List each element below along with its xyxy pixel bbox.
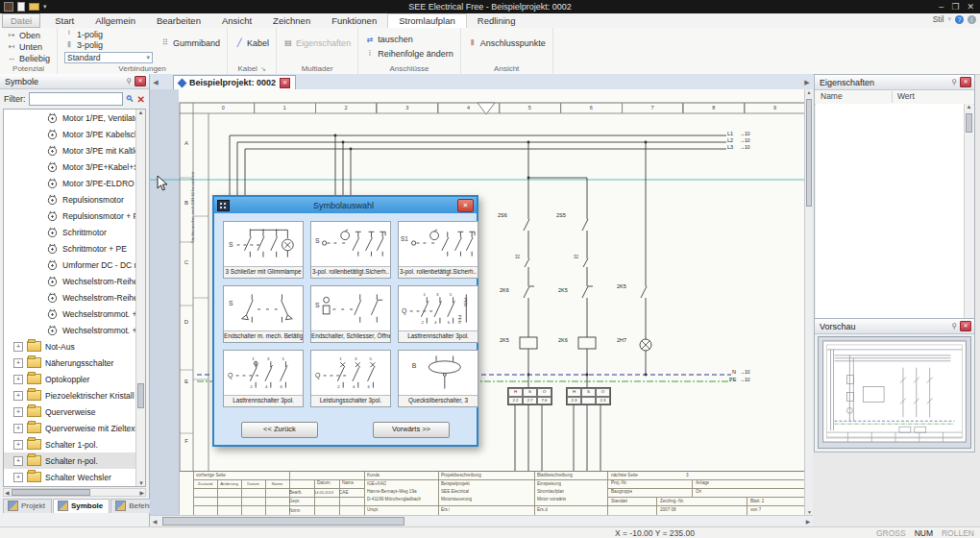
document-tab[interactable]: Beispielprojekt: 0002 ✕ (173, 75, 296, 89)
scroll-thumb[interactable] (162, 517, 404, 526)
restore-button[interactable]: ❐ (951, 2, 959, 12)
symbol-dialog[interactable]: Symbolauswahl ✕ 3 Schließer mit Glimmlam… (212, 195, 478, 447)
symbol-folder[interactable]: + Querverweise (4, 404, 145, 420)
symbol-folder[interactable]: + Piezoelektrischer Kristall (4, 387, 145, 404)
symbol-item[interactable]: Motor 1/PE, Ventilator (4, 110, 145, 126)
symbol-item[interactable]: Motor 3/PE+Kabel+Steck (4, 159, 145, 175)
preview-thumbnail[interactable] (818, 336, 971, 449)
stil-caret-icon[interactable]: ▾ (947, 15, 951, 23)
symbol-item[interactable]: Umformer DC - DC mit gen (4, 257, 145, 273)
symbol-tile[interactable]: 3-pol. rollenbetätigt.Sicherh.. (398, 221, 478, 279)
scroll-thumb[interactable] (12, 489, 90, 496)
symbol-folder[interactable]: + Schalter 1-pol. (4, 436, 145, 452)
menu-tab[interactable]: Allgemein (85, 14, 146, 28)
menu-tab[interactable]: Redlining (467, 14, 527, 28)
tree-vertical-scrollbar[interactable]: ▲▼ (135, 110, 145, 486)
symbol-folder[interactable]: + Optokoppler (4, 371, 145, 387)
clear-filter-icon[interactable]: ✕ (137, 94, 145, 105)
scroll-thumb[interactable] (966, 113, 972, 133)
symbol-folder[interactable]: + Not-Aus (4, 338, 145, 355)
scroll-thumb[interactable] (806, 99, 812, 207)
menu-tab[interactable]: Bearbeiten (146, 14, 211, 28)
pin-icon[interactable]: ⚲ (126, 77, 132, 86)
scroll-right-icon[interactable]: ▶ (803, 518, 813, 525)
search-icon[interactable]: 🔍︎ (126, 94, 135, 104)
drawing-canvas[interactable]: 0123456789 ABCDEF L1L2L3→10→10→10N→10PE→… (150, 89, 813, 515)
tauschen-button[interactable]: ⇄tauschen (365, 35, 453, 45)
unten-button[interactable]: ↤Unten (7, 41, 50, 52)
reihenfolge-button[interactable]: ⦙Reihenfolge ändern (365, 49, 453, 60)
expand-icon[interactable]: + (13, 391, 23, 401)
menu-tab[interactable]: Ansicht (211, 14, 262, 28)
dialog-launcher-icon[interactable]: ↘ (260, 65, 266, 72)
info-icon[interactable]: i (968, 15, 976, 24)
symbol-item[interactable]: Repulsionsmotor (4, 191, 145, 208)
anschlusspunkte-button[interactable]: ⦀Anschlusspunkte (468, 37, 546, 48)
help-icon[interactable]: ? (955, 15, 964, 24)
symbol-tile[interactable]: 3-pol. rollenbetätigt.Sicherh.. (310, 221, 391, 279)
gummiband-button[interactable]: ⠿Gummiband (160, 37, 220, 48)
symbol-tile[interactable]: Lasttrennschalter 3pol. (398, 285, 478, 343)
properties-column-header[interactable]: Name Wert (815, 90, 974, 105)
canvas-vertical-scrollbar[interactable]: ▲▼ (804, 89, 813, 515)
filter-input[interactable] (29, 92, 123, 106)
menu-tab[interactable]: Start (44, 14, 85, 28)
stil-dropdown[interactable]: Stil (933, 14, 944, 24)
symbol-item[interactable]: Motor 3/PE mit Kaltleiter (4, 142, 145, 159)
symbol-folder[interactable]: + Schaltzeichen für Betätigungen ( (4, 485, 145, 487)
symbol-tile[interactable]: Endschalter m. mech. Betätig. (223, 285, 304, 343)
panel-close-icon[interactable]: ✕ (135, 76, 146, 86)
expand-icon[interactable]: + (13, 342, 23, 352)
dialog-close-icon[interactable]: ✕ (457, 199, 474, 212)
3-polig-button[interactable]: ⦀3-polig (64, 40, 153, 50)
expand-icon[interactable]: + (13, 407, 23, 417)
menu-tab[interactable]: Datei (2, 13, 40, 28)
symbol-folder[interactable]: + Querverweise mit Zieltext (4, 420, 145, 436)
oben-button[interactable]: ↦Oben (7, 30, 50, 40)
symbol-tree[interactable]: Motor 1/PE, Ventilator Motor 3/PE Kabels… (3, 109, 146, 487)
pin-icon[interactable]: ⚲ (951, 78, 957, 86)
expand-icon[interactable]: + (13, 440, 23, 450)
canvas-horizontal-scrollbar[interactable]: ◀ ▶ (150, 515, 813, 526)
symbol-item[interactable]: Schrittmotor (4, 224, 145, 240)
symbol-tile[interactable]: Lasttrennschalter 3pol. (223, 350, 304, 407)
scroll-thumb[interactable] (137, 383, 144, 408)
symbol-folder[interactable]: + Schalter Wechsler (4, 469, 145, 485)
menu-tab[interactable]: Funktionen (321, 14, 387, 28)
beliebig-button[interactable]: ↔Beliebig (7, 53, 50, 63)
panel-close-icon[interactable]: ✕ (960, 77, 971, 87)
back-button[interactable]: << Zurück (241, 422, 318, 438)
menu-tab[interactable]: Stromlaufplan (387, 13, 467, 28)
tree-horizontal-scrollbar[interactable]: ◀▶ (3, 488, 146, 497)
eigenschaften-button[interactable]: ▤Eigenschaften (283, 37, 351, 48)
expand-icon[interactable]: + (13, 456, 23, 466)
document-close-icon[interactable]: ✕ (280, 78, 290, 88)
pin-icon[interactable]: ⚲ (951, 322, 957, 330)
symbol-tile[interactable]: Quecksilberschalter, 3 (398, 350, 478, 407)
tab-scroll-right-icon[interactable]: ▶ (801, 79, 813, 89)
forward-button[interactable]: Vorwärts >> (373, 422, 450, 438)
tab-scroll-left-icon[interactable]: ◀ (150, 79, 161, 89)
minimize-button[interactable]: – (939, 2, 943, 12)
panel-tab[interactable]: Projekt (3, 499, 52, 513)
verbindung-typ-dropdown[interactable]: Standard▾ (64, 52, 153, 63)
1-polig-button[interactable]: ╵1-polig (64, 30, 153, 39)
symbol-tile[interactable]: 3 Schließer mit Glimmlampe (223, 221, 304, 279)
dialog-title-bar[interactable]: Symbolauswahl ✕ (214, 197, 477, 213)
close-button[interactable]: ✕ (967, 2, 974, 12)
symbol-item[interactable]: Schrittmotor + PE (4, 240, 145, 257)
kabel-button[interactable]: ╱Kabel (234, 37, 269, 48)
symbol-folder[interactable]: + Näherungsschalter (4, 355, 145, 371)
symbol-folder[interactable]: + Schalter n-pol. (4, 452, 145, 469)
menu-tab[interactable]: Zeichnen (262, 14, 321, 28)
expand-icon[interactable]: + (13, 375, 23, 384)
symbol-item[interactable]: Wechselstrommot. +PE_1 (4, 322, 145, 338)
symbol-item[interactable]: Wechselstrom-Reihenschl (4, 273, 145, 289)
symbol-item[interactable]: Motor 3/PE-ELDRO (4, 175, 145, 191)
panel-close-icon[interactable]: ✕ (960, 321, 971, 331)
scroll-left-icon[interactable]: ◀ (150, 518, 159, 525)
symbol-tile[interactable]: Leistungsschalter 3pol. (310, 350, 391, 407)
expand-icon[interactable]: + (13, 358, 23, 368)
expand-icon[interactable]: + (13, 473, 23, 482)
symbol-item[interactable]: Repulsionsmotor + PE (4, 208, 145, 224)
